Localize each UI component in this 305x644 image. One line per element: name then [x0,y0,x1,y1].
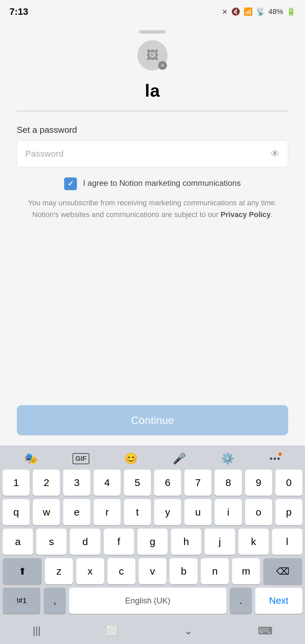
key-9[interactable]: 9 [245,470,272,496]
password-input[interactable]: Password 👁 [17,141,288,167]
notice-text: You may unsubscribe from receiving marke… [17,197,288,220]
key-f[interactable]: f [104,529,134,555]
key-t[interactable]: t [124,499,151,525]
key-7[interactable]: 7 [184,470,211,496]
marketing-checkbox-row[interactable]: ✓ I agree to Notion marketing communicat… [61,177,244,190]
wifi-icon: 📶 [244,7,253,16]
key-o[interactable]: o [245,499,272,525]
password-label: Set a password [17,125,288,135]
name-input-display[interactable]: la [145,80,160,101]
key-z[interactable]: z [45,558,73,584]
keyboard-toolbar: 🎭 GIF 😊 🎤 ⚙️ ••• [0,449,305,470]
notification-dot [278,452,282,456]
home-nav-icon[interactable]: ⬜ [106,625,119,637]
mute-icon: 🔇 [231,7,240,16]
key-3[interactable]: 3 [63,470,90,496]
space-key[interactable]: English (UK) [69,588,226,614]
key-l[interactable]: l [272,529,302,555]
key-u[interactable]: u [184,499,211,525]
key-k[interactable]: k [238,529,269,555]
settings-icon[interactable]: ⚙️ [221,452,234,465]
key-a[interactable]: a [3,529,33,555]
backspace-key[interactable]: ⌫ [263,558,302,584]
signal-icon: 📡 [256,7,265,16]
battery-icon: 🔋 [287,7,296,16]
keyboard: 🎭 GIF 😊 🎤 ⚙️ ••• 1 2 3 4 5 6 7 8 9 0 q w… [0,445,305,617]
key-p[interactable]: p [275,499,302,525]
nav-bar: ||| ⬜ ⌄ ⌨ [0,617,305,644]
marketing-checkbox[interactable]: ✓ [64,177,77,190]
key-q[interactable]: q [3,499,30,525]
key-w[interactable]: w [33,499,60,525]
qwerty-row: q w e r t y u i o p [0,499,305,525]
battery-text: 48% [268,7,283,16]
number-row: 1 2 3 4 5 6 7 8 9 0 [0,470,305,496]
key-n[interactable]: n [201,558,229,584]
privacy-policy-link[interactable]: Privacy Policy [221,210,271,219]
emoji-icon[interactable]: 😊 [124,452,138,465]
key-h[interactable]: h [171,529,201,555]
continue-button[interactable]: Continue [17,405,288,435]
top-bar-indicator [139,30,166,34]
key-1[interactable]: 1 [3,470,30,496]
key-b[interactable]: b [170,558,198,584]
more-icon[interactable]: ••• [270,453,281,464]
key-c[interactable]: c [107,558,135,584]
checkmark-icon: ✓ [68,179,74,188]
key-j[interactable]: j [205,529,235,555]
key-x[interactable]: x [76,558,104,584]
comma-key[interactable]: , [44,588,66,614]
image-icon: 🖼 [146,48,159,62]
password-placeholder: Password [25,149,63,159]
key-v[interactable]: v [139,558,167,584]
keyboard-nav-icon[interactable]: ⌨ [258,625,272,637]
key-5[interactable]: 5 [124,470,151,496]
key-d[interactable]: d [70,529,100,555]
next-key[interactable]: Next [255,588,302,614]
asdf-row: a s d f g h j k l [0,529,305,555]
key-e[interactable]: e [63,499,90,525]
back-nav-icon[interactable]: ||| [33,625,40,636]
mic-icon[interactable]: 🎤 [173,452,186,465]
bottom-row: !#1 , English (UK) . Next [0,588,305,614]
key-g[interactable]: g [137,529,168,555]
key-y[interactable]: y [154,499,181,525]
key-m[interactable]: m [232,558,260,584]
status-icons: ⨯ 🔇 📶 📡 48% 🔋 [222,7,296,16]
sticker-icon[interactable]: 🎭 [24,452,38,465]
shift-key[interactable]: ⬆ [3,558,42,584]
symbols-key[interactable]: !#1 [3,588,40,614]
key-s[interactable]: s [36,529,67,555]
key-6[interactable]: 6 [154,470,181,496]
gif-icon[interactable]: GIF [73,453,89,464]
continue-label: Continue [131,414,174,427]
status-bar: 7:13 ⨯ 🔇 📶 📡 48% 🔋 [0,0,305,23]
app-content: 🖼 + la Set a password Password 👁 ✓ I agr… [0,23,305,445]
eye-icon[interactable]: 👁 [270,148,280,159]
password-section: Set a password Password 👁 [17,125,288,177]
key-0[interactable]: 0 [275,470,302,496]
key-2[interactable]: 2 [33,470,60,496]
key-8[interactable]: 8 [215,470,242,496]
upload-avatar-button[interactable]: 🖼 + [137,40,168,70]
bluetooth-icon: ⨯ [222,7,228,16]
key-4[interactable]: 4 [94,470,121,496]
key-i[interactable]: i [215,499,242,525]
notice-suffix: . [271,210,273,219]
key-r[interactable]: r [94,499,121,525]
recents-nav-icon[interactable]: ⌄ [184,625,192,637]
zxcv-row: ⬆ z x c v b n m ⌫ [0,558,305,584]
divider [17,111,288,111]
period-key[interactable]: . [230,588,252,614]
add-icon: + [158,61,167,70]
status-time: 7:13 [9,6,28,17]
marketing-checkbox-label: I agree to Notion marketing communicatio… [83,177,241,189]
